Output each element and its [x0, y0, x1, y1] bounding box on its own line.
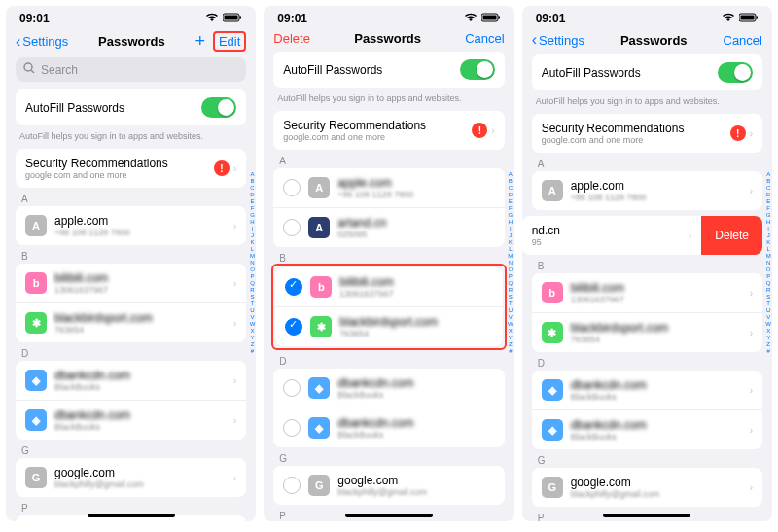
list-item[interactable]: A apple.com+86 108 1128 7800	[273, 168, 504, 207]
autofill-hint: AutoFill helps you sign in to apps and w…	[19, 131, 242, 141]
site-icon: A	[308, 217, 330, 238]
nav-bar: ‹ Settings Passwords Cancel	[522, 27, 772, 54]
chevron-right-icon: ›	[233, 278, 236, 289]
status-time: 09:01	[536, 12, 566, 25]
warning-icon: !	[730, 125, 746, 141]
chevron-right-icon: ›	[750, 385, 753, 396]
site-icon: b	[542, 282, 563, 303]
list-item[interactable]: G google.comblackphilly@gmail.com ›	[532, 468, 762, 507]
site-icon: ◈	[25, 370, 47, 391]
page-title: Passwords	[354, 31, 421, 46]
add-button[interactable]: +	[194, 31, 205, 52]
select-radio[interactable]	[285, 278, 302, 296]
section-header-g: G	[21, 445, 240, 456]
list-item[interactable]: b bilibili.com13061637967 ›	[532, 273, 762, 312]
alpha-index[interactable]: ABCDEFGHIJKLMNOPQRSTUVWXYZ#	[250, 171, 256, 355]
autofill-row[interactable]: AutoFill Passwords	[16, 89, 246, 125]
site-icon: ◈	[542, 379, 563, 401]
back-button[interactable]: ‹ Settings	[532, 31, 584, 49]
site-icon: b	[25, 272, 47, 294]
screen-2-passwords-edit: 09:01 Delete Passwords Cancel AutoFill P…	[264, 6, 513, 521]
list-item[interactable]: G google.comblackphilly@gmail.com ›	[16, 458, 246, 497]
chevron-right-icon: ›	[233, 473, 236, 483]
list-item[interactable]: b bilibili.com13061637967	[275, 267, 502, 306]
list-item[interactable]: A artand.cn025095	[273, 207, 504, 247]
wifi-icon	[464, 12, 477, 25]
autofill-toggle[interactable]	[718, 62, 753, 83]
list-item[interactable]: b bilibili.com13061637967 ›	[16, 264, 246, 302]
site-icon: ◈	[308, 377, 330, 399]
chevron-left-icon: ‹	[16, 33, 20, 51]
status-time: 09:01	[19, 12, 50, 25]
status-bar: 09:01	[6, 6, 256, 27]
swipe-delete-row: nd.cn95 › Delete	[522, 216, 762, 255]
nav-right: + Edit	[194, 31, 246, 52]
selection-highlight: b bilibili.com13061637967 ✱ blackbirdspo…	[271, 264, 506, 350]
security-row[interactable]: Security Recommendationsgoogle.com and o…	[532, 114, 762, 153]
alpha-index[interactable]: ABCDEFGHIJKLMNOPQRSTUVWXYZ#	[765, 171, 771, 355]
site-icon: G	[542, 477, 563, 498]
chevron-right-icon: ›	[233, 415, 236, 426]
chevron-right-icon: ›	[750, 128, 753, 139]
list-item[interactable]: ✱ blackbirdsport.com763654	[275, 306, 502, 346]
list-item[interactable]: A apple.com+86 108 1128 7800 ›	[16, 206, 246, 245]
delete-button[interactable]: Delete	[273, 31, 310, 46]
cancel-button[interactable]: Cancel	[724, 33, 762, 48]
chevron-right-icon: ›	[233, 163, 236, 174]
edit-button[interactable]: Edit	[213, 31, 246, 52]
select-radio[interactable]	[283, 379, 301, 397]
svg-rect-10	[756, 17, 758, 19]
list-item[interactable]: ◈ dbankcdn.comBlackBooks ›	[532, 371, 762, 409]
status-time: 09:01	[277, 12, 307, 25]
battery-icon	[481, 12, 501, 25]
home-indicator[interactable]	[603, 514, 690, 517]
security-row[interactable]: Security Recommendations google.com and …	[16, 149, 246, 188]
svg-rect-2	[240, 17, 242, 19]
list-item[interactable]: G google.comblackphilly@gmail.com	[273, 466, 504, 505]
home-indicator[interactable]	[345, 514, 433, 517]
section-header-a: A	[21, 194, 240, 204]
autofill-row[interactable]: AutoFill Passwords	[532, 54, 762, 90]
home-indicator[interactable]	[88, 514, 175, 517]
nav-bar: Delete Passwords Cancel	[264, 27, 513, 52]
wifi-icon	[205, 12, 219, 25]
select-radio[interactable]	[285, 318, 302, 336]
svg-rect-6	[482, 16, 496, 20]
autofill-row[interactable]: AutoFill Passwords	[273, 52, 504, 88]
site-icon: ✱	[310, 316, 332, 337]
cancel-button[interactable]: Cancel	[465, 31, 504, 46]
battery-icon	[223, 12, 242, 25]
list-item[interactable]: ◈ dbankcdn.comBlackBooks	[273, 369, 504, 408]
list-item[interactable]: nd.cn95 ›	[522, 216, 702, 255]
page-title: Passwords	[620, 33, 688, 48]
list-item[interactable]: ◈ dbankcdn.comBlackBooks ›	[16, 361, 246, 400]
swipe-delete-button[interactable]: Delete	[701, 216, 762, 255]
svg-line-4	[31, 70, 34, 73]
battery-icon	[739, 12, 759, 25]
list-item[interactable]: ◈ dbankcdn.comBlackBooks	[273, 408, 504, 447]
site-icon: G	[308, 475, 330, 496]
status-bar: 09:01	[522, 6, 772, 27]
autofill-toggle[interactable]	[460, 59, 495, 80]
svg-rect-7	[498, 17, 500, 19]
security-row[interactable]: Security Recommendationsgoogle.com and o…	[273, 111, 504, 150]
select-radio[interactable]	[283, 179, 301, 196]
list-item[interactable]: A apple.com+86 108 1128 7800 ›	[532, 171, 762, 210]
chevron-right-icon: ›	[233, 318, 236, 329]
screen-3-passwords-swipe: 09:01 ‹ Settings Passwords Cancel AutoFi…	[522, 6, 772, 521]
site-icon: b	[310, 276, 332, 298]
chevron-right-icon: ›	[491, 125, 494, 136]
list-item[interactable]: ✱ blackbirdsport.com763654 ›	[16, 302, 246, 342]
search-input[interactable]: Search	[16, 57, 246, 82]
list-item[interactable]: ◈ dbankcdn.comBlackBooks ›	[16, 400, 246, 440]
list-item[interactable]: ◈ dbankcdn.comBlackBooks ›	[532, 409, 762, 449]
list-item[interactable]: ✱ blackbirdsport.com763654 ›	[532, 312, 762, 352]
autofill-toggle[interactable]	[201, 97, 236, 118]
select-radio[interactable]	[283, 219, 301, 236]
back-button[interactable]: ‹ Settings	[16, 33, 68, 51]
select-radio[interactable]	[283, 419, 301, 437]
select-radio[interactable]	[283, 477, 301, 494]
alpha-index[interactable]: ABCDEFGHIJKLMNOPQRSTUVWXYZ#	[508, 171, 513, 355]
site-icon: A	[542, 180, 563, 201]
wifi-icon	[722, 12, 735, 25]
